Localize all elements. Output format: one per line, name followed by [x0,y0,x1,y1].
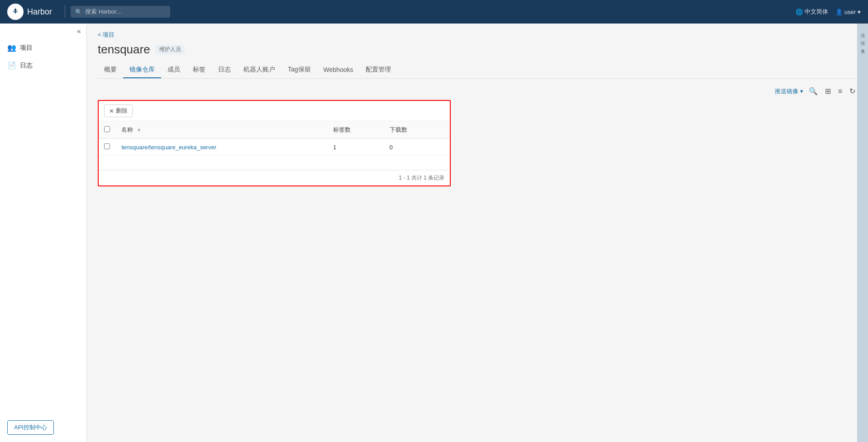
sidebar: « 👥 项目 📄 日志 API控制中心 [0,24,87,442]
sidebar-logs-label: 日志 [20,62,33,70]
repositories-table: 名称 ▼ 标签数 下载数 [99,121,450,170]
page-title: tensquare [98,43,150,57]
col-downloads-label: 下载数 [390,126,407,133]
th-downloads: 下载数 [384,121,450,139]
sort-icon: ▼ [137,128,141,133]
refresh-button[interactable]: ↻ [848,86,857,96]
delete-button[interactable]: ✕ 删除 [104,105,133,117]
search-icon: 🔍 [809,87,818,95]
delete-toolbar: ✕ 删除 [99,101,450,121]
th-name[interactable]: 名称 ▼ [116,121,327,139]
search-button[interactable]: 🔍 [807,86,820,96]
tab-tags[interactable]: 标签 [186,62,212,78]
row-checkbox-cell [99,139,116,156]
language-switcher[interactable]: 🌐 中文简体 [796,8,828,16]
globe-icon: 🌐 [796,9,803,15]
tab-config[interactable]: 配置管理 [359,62,397,78]
chevron-down-icon: ▾ [858,9,861,15]
pagination: 1 - 1 共计 1 条记录 [99,170,450,185]
username-label: user [844,9,856,15]
logo-area[interactable]: Harbor [7,4,52,20]
tab-overview[interactable]: 概要 [98,62,123,78]
table-body: tensquare/tensquare_eureka_server 1 0 [99,139,450,170]
main-content-area: < 项目 tensquare 维护人员 概要 镜像仓库 成员 标签 日志 机器人… [87,24,868,442]
nav-right-area: 🌐 中文简体 👤 user ▾ [796,8,861,16]
table-toolbar: 推送镜像 ▾ 🔍 ⊞ ≡ ↻ [98,86,857,96]
search-placeholder: 搜索 Harbor... [85,8,121,16]
row-checkbox[interactable] [104,143,110,149]
user-menu[interactable]: 👤 user ▾ [835,9,861,15]
global-search[interactable]: 🔍 搜索 Harbor... [71,6,170,18]
projects-icon: 👥 [7,43,16,52]
logo-icon [7,4,24,20]
grid-icon: ⊞ [825,87,831,95]
col-name-label: 名称 [121,126,133,133]
close-icon: ✕ [109,108,114,114]
page-title-row: tensquare 维护人员 [98,43,857,57]
rp-item-3[interactable]: 务 [858,43,867,48]
breadcrumb[interactable]: < 项目 [98,31,857,39]
th-checkbox [99,121,116,139]
tab-robot-accounts[interactable]: 机器人账户 [237,62,281,78]
table-row: tensquare/tensquare_eureka_server 1 0 [99,139,450,156]
push-mirror-label: 推送镜像 [775,87,798,95]
tab-tag-retention[interactable]: Tag保留 [281,62,317,78]
row-tags-cell: 1 [328,139,384,156]
th-tags: 标签数 [328,121,384,139]
tab-members[interactable]: 成员 [161,62,186,78]
tab-repositories[interactable]: 镜像仓库 [123,62,161,78]
list-view-button[interactable]: ≡ [836,86,844,96]
sidebar-item-logs[interactable]: 📄 日志 [0,57,86,74]
language-label: 中文简体 [805,8,828,16]
delete-label: 删除 [116,107,128,115]
top-navigation: Harbor 🔍 搜索 Harbor... 🌐 中文简体 👤 user ▾ [0,0,868,24]
logs-icon: 📄 [7,61,16,70]
repo-link[interactable]: tensquare/tensquare_eureka_server [121,144,216,151]
tab-webhooks[interactable]: Webhooks [317,62,360,78]
search-icon: 🔍 [75,9,82,15]
sidebar-projects-label: 项目 [20,44,33,52]
nav-divider [65,5,65,18]
sidebar-bottom: API控制中心 [0,413,86,442]
table-header: 名称 ▼ 标签数 下载数 [99,121,450,139]
main-layout: « 👥 项目 📄 日志 API控制中心 < 项目 tensquare 维护人员 … [0,24,868,442]
sidebar-collapse-btn[interactable]: « [0,24,86,39]
row-downloads-cell: 0 [384,139,450,156]
grid-view-button[interactable]: ⊞ [823,86,833,96]
list-icon: ≡ [838,87,842,95]
table-row-empty [99,156,450,170]
project-tabs: 概要 镜像仓库 成员 标签 日志 机器人账户 Tag保留 Webhooks 配置… [98,62,857,79]
row-name-cell: tensquare/tensquare_eureka_server [116,139,327,156]
right-side-panel: 任 任 务 [857,24,868,442]
rp-item-2[interactable]: 任 [858,35,867,41]
select-all-checkbox[interactable] [104,126,110,132]
app-name: Harbor [27,7,52,17]
user-icon: 👤 [835,9,843,15]
refresh-icon: ↻ [849,87,855,95]
collapse-icon: « [77,27,81,35]
api-center-button[interactable]: API控制中心 [7,420,54,435]
tab-logs[interactable]: 日志 [212,62,237,78]
repositories-table-container: ✕ 删除 名称 ▼ 标签数 [98,100,451,186]
col-tags-label: 标签数 [333,126,351,133]
push-mirror-button[interactable]: 推送镜像 ▾ [775,87,803,95]
page-badge: 维护人员 [156,45,185,54]
sidebar-item-projects[interactable]: 👥 项目 [0,39,86,57]
chevron-down-icon: ▾ [800,88,803,95]
rp-item-1[interactable]: 任 [858,27,867,33]
